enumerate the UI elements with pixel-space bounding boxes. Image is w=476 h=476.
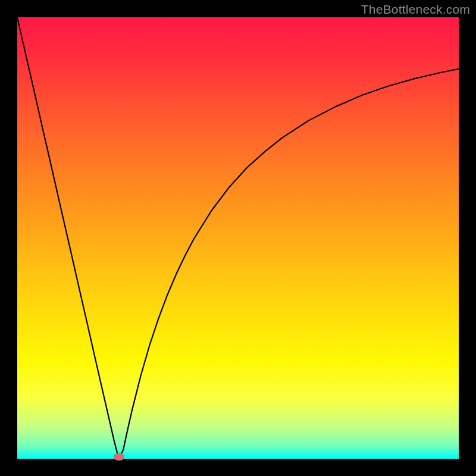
- watermark-text: TheBottleneck.com: [361, 2, 470, 17]
- plot-area: [17, 17, 459, 459]
- chart-frame: TheBottleneck.com: [0, 0, 476, 476]
- curve-path: [17, 17, 459, 459]
- bottleneck-curve: [17, 17, 459, 459]
- minimum-marker: [114, 453, 124, 461]
